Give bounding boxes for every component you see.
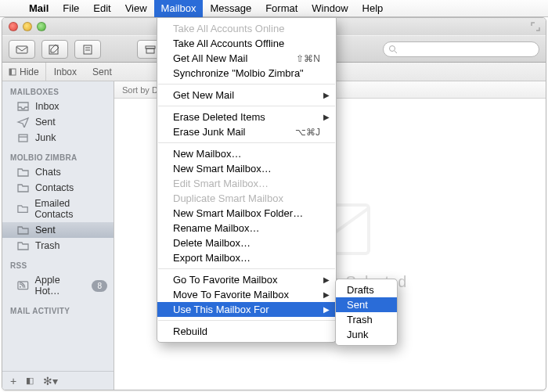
submenu-item-trash[interactable]: Trash (336, 312, 397, 327)
window-controls (9, 22, 46, 31)
menu-item-erase-deleted-items[interactable]: Erase Deleted Items▶ (157, 110, 336, 124)
menu-item-label: New Mailbox… (173, 148, 241, 160)
hide-label: Hide (20, 67, 39, 77)
sidebar-item-label: Apple Hot… (35, 275, 87, 297)
sidebar-item-chats[interactable]: Chats (2, 164, 114, 180)
folder-icon (16, 167, 30, 178)
menu-item-get-all-new-mail[interactable]: Get All New Mail⇧⌘N (157, 51, 336, 66)
menu-item-use-this-mailbox-for[interactable]: Use This Mailbox For▶ (157, 302, 336, 317)
menu-item-label: Export Mailbox… (173, 252, 251, 264)
menubar-edit[interactable]: Edit (86, 0, 117, 17)
add-button[interactable]: + (10, 375, 16, 387)
svg-rect-7 (19, 135, 27, 142)
menu-item-move-to-favorite-mailbox[interactable]: Move To Favorite Mailbox▶ (157, 287, 336, 302)
submenu-arrow-icon: ▶ (323, 113, 330, 121)
menubar-message[interactable]: Message (203, 0, 258, 17)
minimize-button[interactable] (23, 22, 32, 31)
search-icon (388, 45, 398, 54)
sidebar-item-junk[interactable]: Junk (2, 130, 114, 146)
menu-item-label: Move To Favorite Mailbox (173, 289, 289, 300)
show-button[interactable]: ◧ (26, 376, 34, 386)
menu-separator (158, 320, 335, 321)
sidebar-item-emailed-contacts[interactable]: Emailed Contacts (2, 196, 114, 222)
badge: 8 (92, 280, 107, 292)
svg-rect-4 (146, 49, 154, 53)
menu-item-label: Synchronize "Molbio Zimbra" (173, 67, 304, 79)
sidebar-item-sent[interactable]: Sent (2, 114, 114, 130)
menubar-app[interactable]: Mail (22, 0, 56, 17)
menubar-format[interactable]: Format (258, 0, 305, 17)
menu-item-rebuild[interactable]: Rebuild (157, 324, 336, 339)
menubar-window[interactable]: Window (305, 0, 355, 17)
menu-item-label: Duplicate Smart Mailbox (173, 192, 283, 204)
menu-item-label: Rebuild (173, 325, 207, 337)
close-button[interactable] (9, 22, 18, 31)
menu-item-take-all-accounts-offline[interactable]: Take All Accounts Offline (157, 36, 336, 51)
zoom-button[interactable] (37, 22, 46, 31)
sidebar-section-mailboxes: MAILBOXES (2, 81, 114, 99)
sidebar-item-label: Chats (35, 167, 61, 178)
menu-item-export-mailbox-[interactable]: Export Mailbox… (157, 250, 336, 265)
svg-point-5 (390, 45, 395, 51)
sidebar: MAILBOXESInboxSentJunkMOLBIO ZIMBRAChats… (2, 81, 114, 390)
mailbox-menu: Take All Accounts OnlineTake All Account… (157, 17, 337, 343)
folder-icon (16, 240, 30, 251)
svg-rect-0 (16, 46, 27, 53)
menu-item-label: New Smart Mailbox Folder… (173, 207, 303, 219)
sidebar-section-rss: RSS (2, 255, 114, 272)
junk-icon (16, 132, 30, 143)
search-field[interactable] (383, 41, 539, 57)
menu-item-new-smart-mailbox-folder-[interactable]: New Smart Mailbox Folder… (157, 206, 336, 221)
fullscreen-icon[interactable] (531, 22, 540, 31)
menu-item-label: Take All Accounts Offline (173, 38, 284, 49)
submenu-item-junk[interactable]: Junk (336, 327, 397, 342)
action-button[interactable]: ✻▾ (43, 375, 58, 387)
get-mail-button[interactable] (9, 40, 35, 59)
menu-item-get-new-mail[interactable]: Get New Mail▶ (157, 88, 336, 102)
sidebar-item-label: Junk (35, 132, 56, 143)
menubar-help[interactable]: Help (355, 0, 391, 17)
menu-item-synchronize-molbio-zimbra-[interactable]: Synchronize "Molbio Zimbra" (157, 66, 336, 81)
sidebar-item-label: Emailed Contacts (34, 198, 107, 220)
submenu-arrow-icon: ▶ (323, 290, 330, 299)
system-menubar: Mail File Edit View Mailbox Message Form… (0, 0, 548, 17)
menu-item-label: Rename Mailbox… (173, 222, 260, 234)
inbox-icon (16, 101, 30, 112)
menubar-view[interactable]: View (118, 0, 154, 17)
sidebar-item-apple-hot-[interactable]: Apple Hot…8 (2, 272, 114, 299)
folder-icon (16, 182, 30, 193)
menu-item-label: Use This Mailbox For (173, 304, 269, 315)
sidebar-item-sent[interactable]: Sent (2, 222, 114, 238)
favorite-inbox[interactable]: Inbox (46, 67, 85, 77)
sidebar-item-label: Trash (35, 240, 60, 251)
submenu-item-drafts[interactable]: Drafts (336, 282, 397, 297)
menu-item-label: Get New Mail (173, 89, 234, 101)
menu-item-label: Take All Accounts Online (173, 23, 284, 34)
rss-icon (16, 280, 30, 291)
menubar-mailbox[interactable]: Mailbox (154, 0, 204, 17)
note-button[interactable] (74, 40, 101, 59)
search-input[interactable] (398, 45, 534, 54)
sidebar-item-label: Contacts (35, 182, 74, 193)
menu-item-delete-mailbox-[interactable]: Delete Mailbox… (157, 236, 336, 250)
menu-item-rename-mailbox-[interactable]: Rename Mailbox… (157, 221, 336, 236)
sidebar-section-molbio-zimbra: MOLBIO ZIMBRA (2, 147, 114, 164)
compose-button[interactable] (41, 40, 68, 59)
menu-item-label: Erase Junk Mail (173, 126, 245, 138)
menu-item-label: Erase Deleted Items (173, 111, 265, 123)
menu-separator (158, 142, 335, 143)
menu-item-erase-junk-mail[interactable]: Erase Junk Mail⌥⌘J (157, 124, 336, 139)
menu-separator (158, 84, 335, 85)
hide-favorites-button[interactable]: Hide (2, 63, 46, 81)
menu-item-new-smart-mailbox-[interactable]: New Smart Mailbox… (157, 161, 336, 176)
sidebar-item-inbox[interactable]: Inbox (2, 99, 114, 114)
favorite-sent[interactable]: Sent (85, 67, 120, 77)
menu-item-new-mailbox-[interactable]: New Mailbox… (157, 146, 336, 161)
submenu-arrow-icon: ▶ (323, 305, 330, 314)
use-this-mailbox-for-submenu: DraftsSentTrashJunk (335, 279, 398, 346)
sidebar-item-trash[interactable]: Trash (2, 238, 114, 254)
submenu-item-sent[interactable]: Sent (336, 297, 397, 312)
menubar-file[interactable]: File (56, 0, 86, 17)
menu-item-go-to-favorite-mailbox[interactable]: Go To Favorite Mailbox▶ (157, 272, 336, 287)
sidebar-item-contacts[interactable]: Contacts (2, 180, 114, 196)
